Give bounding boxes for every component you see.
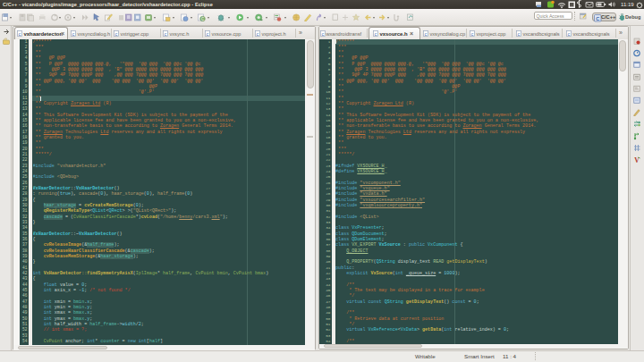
svg-text:c: c bbox=[206, 31, 208, 36]
svg-text:c: c bbox=[374, 31, 377, 36]
svg-text:V: V bbox=[634, 156, 640, 164]
svg-text:c: c bbox=[424, 31, 427, 36]
svg-text:c: c bbox=[470, 31, 473, 36]
svg-text:c: c bbox=[72, 31, 74, 36]
svg-text:c: c bbox=[517, 31, 520, 36]
svg-text:c: c bbox=[18, 31, 21, 36]
svg-text:c: c bbox=[321, 31, 324, 36]
svg-text:c: c bbox=[114, 31, 117, 36]
svg-text:c: c bbox=[256, 31, 258, 36]
svg-text:c: c bbox=[567, 31, 570, 36]
svg-text:c: c bbox=[164, 31, 166, 36]
svg-text:C: C bbox=[596, 16, 599, 21]
